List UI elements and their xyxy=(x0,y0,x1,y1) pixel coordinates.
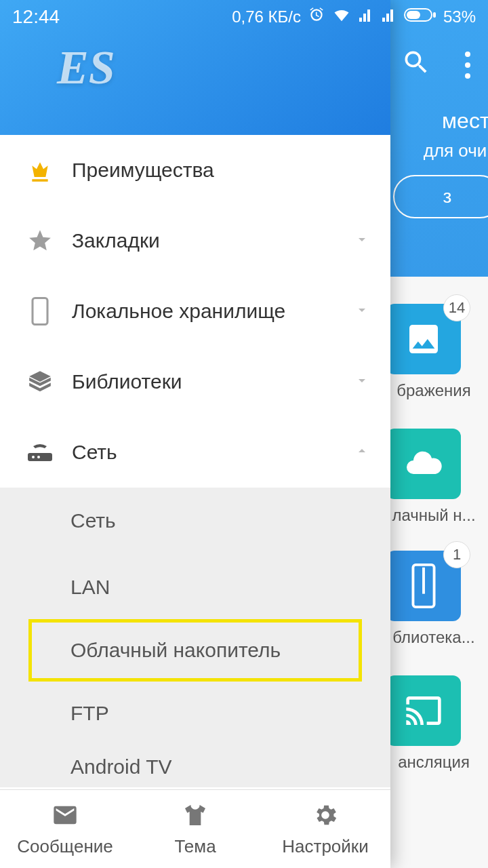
tile-zip-badge: 1 xyxy=(443,541,470,568)
phone-icon xyxy=(24,296,56,326)
svg-rect-7 xyxy=(407,11,420,19)
chevron-down-icon xyxy=(354,300,370,323)
status-network-rate: 0,76 КБ/с xyxy=(232,7,301,26)
menu-item-bookmarks[interactable]: Закладки xyxy=(0,205,390,276)
menu-item-libraries[interactable]: Библиотеки xyxy=(0,347,390,417)
signal-icon xyxy=(358,7,374,27)
nav-theme[interactable]: Тема xyxy=(130,790,260,868)
nav-message[interactable]: Сообщение xyxy=(0,790,130,868)
status-time: 12:44 xyxy=(12,6,60,28)
tile-images-badge: 14 xyxy=(443,294,470,321)
crown-icon xyxy=(24,157,56,184)
layers-icon xyxy=(24,369,56,395)
app-logo: ES xyxy=(57,41,115,95)
chevron-down-icon xyxy=(354,370,370,393)
menu-label: Преимущества xyxy=(72,159,214,182)
status-bar: 12:44 0,76 КБ/с 53% xyxy=(0,0,488,34)
drawer-menu: Преимущества Закладки Локальное хранилищ… xyxy=(0,135,390,868)
sub-item-lan[interactable]: LAN xyxy=(0,554,390,620)
tile-cast[interactable] xyxy=(386,675,461,746)
battery-icon xyxy=(404,7,436,27)
sub-label: FTP xyxy=(70,702,109,725)
mail-icon xyxy=(52,802,79,833)
alarm-icon xyxy=(308,6,325,28)
sub-item-androidtv[interactable]: Android TV xyxy=(0,747,390,787)
tile-images-label: бражения xyxy=(380,381,488,400)
svg-rect-1 xyxy=(422,568,425,594)
tile-images[interactable]: 14 xyxy=(386,304,461,374)
router-icon xyxy=(24,442,56,462)
menu-label: Сеть xyxy=(72,441,117,464)
svg-point-5 xyxy=(37,456,40,458)
sub-label: LAN xyxy=(70,576,110,599)
svg-rect-2 xyxy=(33,298,47,324)
chevron-down-icon xyxy=(354,229,370,252)
menu-label: Локальное хранилище xyxy=(72,300,285,323)
sub-item-ftp[interactable]: FTP xyxy=(0,680,390,747)
svg-point-4 xyxy=(32,456,35,458)
sub-label: Android TV xyxy=(70,755,172,778)
tile-cloud-label: лачный н... xyxy=(380,506,488,525)
promo-subtitle: для очи... xyxy=(380,140,488,161)
nav-label: Сообщение xyxy=(17,836,113,857)
tile-zip[interactable]: 1 xyxy=(386,551,461,621)
tile-zip-label: блиотека... xyxy=(380,628,488,647)
more-menu-icon[interactable] xyxy=(461,47,474,83)
tile-cloud[interactable] xyxy=(386,429,461,499)
signal-icon-2 xyxy=(381,7,397,27)
star-icon xyxy=(24,228,56,254)
wifi-icon xyxy=(332,5,351,28)
sub-item-cloud-highlighted[interactable]: Облачный накопитель xyxy=(30,620,361,680)
shirt-icon xyxy=(182,802,209,833)
menu-item-network[interactable]: Сеть xyxy=(0,417,390,488)
promo-button[interactable]: з xyxy=(393,175,488,218)
sub-label: Сеть xyxy=(70,509,116,532)
menu-item-premium[interactable]: Преимущества xyxy=(0,135,390,205)
gear-icon xyxy=(312,802,339,833)
sub-label: Облачный накопитель xyxy=(70,639,281,662)
promo-title: места xyxy=(380,108,488,134)
menu-item-local[interactable]: Локальное хранилище xyxy=(0,276,390,347)
search-icon[interactable] xyxy=(401,47,431,83)
network-submenu: Сеть LAN Облачный накопитель FTP Android… xyxy=(0,488,390,787)
tile-cast-label: ансляция xyxy=(380,753,488,772)
nav-label: Настройки xyxy=(282,836,369,857)
bottom-nav: Сообщение Тема Настройки xyxy=(0,789,390,868)
sub-item-network[interactable]: Сеть xyxy=(0,488,390,554)
nav-label: Тема xyxy=(174,836,216,857)
chevron-up-icon xyxy=(354,441,370,464)
status-battery-pct: 53% xyxy=(443,7,476,26)
svg-rect-8 xyxy=(433,12,436,18)
nav-settings[interactable]: Настройки xyxy=(260,790,390,868)
menu-label: Библиотеки xyxy=(72,370,182,393)
menu-label: Закладки xyxy=(72,229,160,252)
navigation-drawer: ES Преимущества Закладки Локальное храни… xyxy=(0,0,390,868)
promo-banner: места для очи... з xyxy=(380,108,488,218)
